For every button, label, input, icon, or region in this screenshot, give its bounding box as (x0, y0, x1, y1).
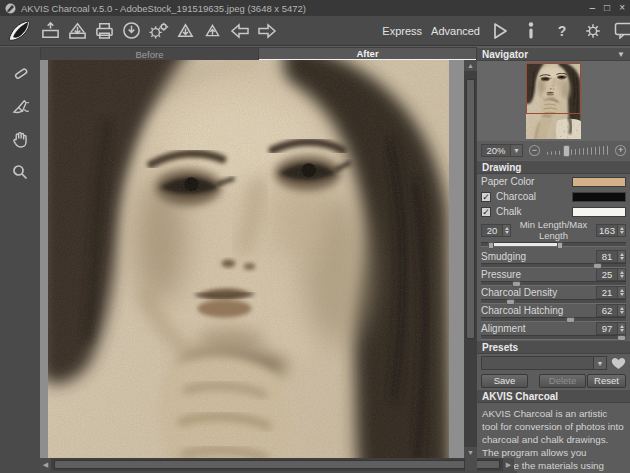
settings-panel: Navigator ▼ 20% ▼ − (477, 47, 630, 473)
chalk-color-swatch[interactable] (572, 207, 626, 217)
pressure-spinner[interactable]: 25 (596, 268, 626, 281)
reset-button[interactable]: Reset (587, 374, 626, 388)
preset-value (482, 357, 593, 369)
history-brush-icon[interactable] (7, 94, 33, 118)
zoom-tool-icon[interactable] (7, 160, 33, 184)
scroll-down-icon[interactable]: ▼ (464, 447, 477, 458)
help-icon[interactable]: ? (551, 19, 573, 43)
share-image-icon[interactable] (172, 19, 199, 43)
scroll-right-icon[interactable]: ▶ (503, 458, 514, 471)
charcoal-label: Charcoal (496, 191, 536, 202)
smudging-label: Smudging (481, 251, 526, 262)
charcoal-density-slider-thumb[interactable] (506, 299, 515, 305)
vertical-scrollbar[interactable]: ▲ ▼ (464, 60, 477, 458)
vertical-scroll-thumb[interactable] (466, 79, 475, 339)
alignment-slider-thumb[interactable] (617, 335, 626, 341)
advanced-mode-link[interactable]: Advanced (431, 25, 480, 37)
print-icon[interactable] (91, 19, 118, 43)
alignment-spinner[interactable]: 97 (596, 322, 626, 335)
navigator-header: Navigator ▼ (477, 47, 630, 61)
length-range-slider[interactable] (477, 241, 630, 250)
spinner-arrows-icon[interactable] (617, 269, 625, 280)
spinner-arrows-icon[interactable] (617, 225, 625, 236)
charcoal-hatching-slider-thumb[interactable] (566, 317, 575, 323)
image-canvas[interactable] (40, 60, 464, 458)
express-mode-link[interactable]: Express (382, 25, 422, 37)
spinner-arrows-icon[interactable] (617, 251, 625, 262)
scroll-up-icon[interactable]: ▲ (464, 60, 477, 71)
charcoal-hatching-spinner[interactable]: 62 (596, 304, 626, 317)
delete-button[interactable]: Delete (539, 374, 586, 388)
close-button[interactable]: × (619, 1, 625, 15)
length-label: Min Length/Max Length (513, 219, 594, 241)
minimize-button[interactable]: – (590, 1, 596, 15)
smudging-slider-thumb[interactable] (593, 263, 602, 269)
charcoal-checkbox[interactable] (481, 192, 491, 202)
batch-processing-icon[interactable] (145, 19, 172, 43)
drawing-header: Drawing (477, 160, 630, 174)
min-length-thumb[interactable] (488, 242, 494, 249)
image-view-area: Before After ▲ ▼ ◀ ▶ (40, 47, 477, 473)
publish-image-icon[interactable] (199, 19, 226, 43)
min-length-spinner[interactable]: 20 (481, 224, 511, 237)
length-row: 20 Min Length/Max Length 163 (477, 219, 630, 241)
spinner-arrows-icon[interactable] (617, 305, 625, 316)
navigator-collapse-icon[interactable]: ▼ (617, 50, 625, 59)
zoom-in-button[interactable]: + (615, 145, 626, 156)
info-icon[interactable] (520, 19, 542, 43)
redo-icon[interactable] (253, 19, 280, 43)
chalk-row: Chalk (477, 204, 630, 219)
navigator-view-rectangle[interactable] (526, 63, 581, 114)
smudging-slider[interactable] (481, 263, 626, 268)
undo-icon[interactable] (226, 19, 253, 43)
horizontal-scroll-thumb[interactable] (54, 460, 500, 469)
favorite-heart-icon[interactable] (610, 356, 626, 370)
main-toolbar: Express Advanced ? (0, 16, 630, 46)
charcoal-density-slider[interactable] (481, 299, 626, 304)
alignment-slider[interactable] (481, 335, 626, 340)
chalk-checkbox[interactable] (481, 207, 491, 217)
charcoal-hatching-slider[interactable] (481, 317, 626, 322)
open-image-icon[interactable] (37, 19, 64, 43)
navigator-preview (477, 61, 630, 141)
feedback-icon[interactable] (613, 19, 630, 43)
zoom-value: 20% (482, 145, 510, 156)
processed-image (48, 60, 449, 458)
charcoal-density-control: Charcoal Density 21 (477, 286, 630, 304)
charcoal-tool-icon[interactable] (7, 61, 33, 85)
charcoal-color-swatch[interactable] (572, 192, 626, 202)
tab-after[interactable]: After (259, 48, 476, 60)
preset-select[interactable]: ▼ (481, 356, 607, 370)
horizontal-scrollbar[interactable]: ◀ ▶ (40, 458, 514, 471)
preferences-gear-icon[interactable] (582, 19, 604, 43)
save-button[interactable]: Save (481, 374, 528, 388)
spinner-arrows-icon[interactable] (502, 225, 510, 236)
charcoal-density-spinner[interactable]: 21 (596, 286, 626, 299)
maximize-button[interactable]: □ (604, 1, 610, 15)
zoom-out-button[interactable]: − (529, 145, 540, 156)
zoom-select[interactable]: 20% ▼ (481, 144, 523, 157)
save-image-icon[interactable] (64, 19, 91, 43)
zoom-dropdown-icon[interactable]: ▼ (510, 145, 522, 156)
hand-tool-icon[interactable] (7, 127, 33, 151)
paper-color-swatch[interactable] (572, 177, 626, 187)
spinner-arrows-icon[interactable] (617, 287, 625, 298)
pressure-label: Pressure (481, 269, 521, 280)
zoom-slider[interactable] (547, 145, 609, 157)
zoom-slider-thumb[interactable] (563, 145, 570, 157)
max-length-thumb[interactable] (557, 242, 563, 249)
max-length-spinner[interactable]: 163 (596, 224, 626, 237)
preset-dropdown-icon[interactable]: ▼ (593, 357, 606, 369)
spinner-arrows-icon[interactable] (617, 323, 625, 334)
toolbar-right-group: Express Advanced ? (382, 19, 627, 43)
pressure-slider[interactable] (481, 281, 626, 286)
smudging-spinner[interactable]: 81 (596, 250, 626, 263)
scroll-left-icon[interactable]: ◀ (40, 458, 51, 471)
charcoal-hatching-control: Charcoal Hatching 62 (477, 304, 630, 322)
post-image-icon[interactable] (118, 19, 145, 43)
chalk-label: Chalk (496, 206, 522, 217)
title-bar: AKVIS Charcoal v.5.0 - AdobeStock_191519… (0, 0, 630, 16)
tab-before[interactable]: Before (41, 48, 258, 60)
pressure-slider-thumb[interactable] (512, 281, 521, 287)
run-icon[interactable] (489, 19, 511, 43)
